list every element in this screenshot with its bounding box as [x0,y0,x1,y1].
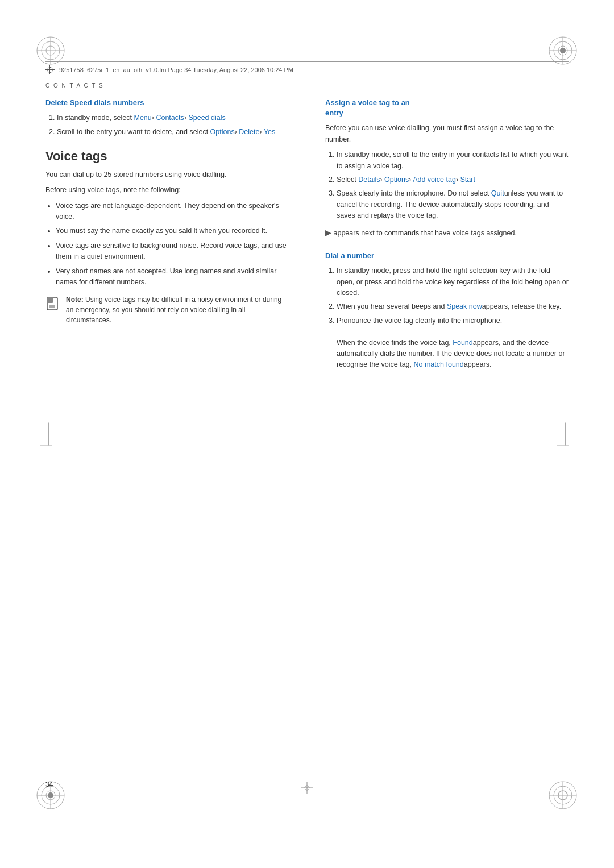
voice-intro-2: Before using voice tags, note the follow… [45,185,289,196]
note-label: Note: [66,296,84,304]
assign-step-2: Select Details› Options› Add voice tag› … [337,175,569,185]
no-match-link: No match found [414,360,464,368]
speak-now-link: Speak now [447,302,482,310]
bullet-1: Voice tags are not language-dependent. T… [56,201,289,223]
bullet-4: Very short names are not accepted. Use l… [56,266,289,288]
note-text: Note: Using voice tags may be difficult … [66,294,289,325]
dial-step-3: Pronounce the voice tag clearly into the… [337,315,569,371]
assign-section: Assign a voice tag to anentry Before you… [325,98,569,239]
two-columns: Delete Speed dials numbers In standby mo… [45,98,569,376]
file-info: 9251758_6275i_1_en_au_oth_v1.0.fm Page 3… [59,67,293,73]
page-number: 34 [45,780,53,788]
svg-point-16 [48,792,53,798]
corner-decoration-br [547,780,579,811]
assign-appears-text: ▶ appears next to commands that have voi… [325,227,569,239]
bullet-2: You must say the name exactly as you sai… [56,226,289,236]
options-link2: Options [384,176,409,184]
content-area: C o n t a c t s Delete Speed dials numbe… [45,82,569,777]
delete-heading: Delete Speed dials numbers [45,98,289,108]
options-link: Options [210,128,235,136]
note-content: Using voice tags may be difficult in a n… [66,296,281,324]
dial-heading: Dial a number [325,251,569,261]
voice-bullets-list: Voice tags are not language-dependent. T… [45,201,289,288]
svg-point-10 [560,48,566,53]
delete-step-1: In standby mode, select Menu› Contacts› … [57,113,289,123]
crosshair-icon [45,65,55,74]
voice-intro-1: You can dial up to 25 stored numbers usi… [45,169,289,180]
top-bar: 9251758_6275i_1_en_au_oth_v1.0.fm Page 3… [45,61,569,74]
delete-link: Delete [239,128,259,136]
section-label: C o n t a c t s [45,82,569,89]
assign-heading: Assign a voice tag to anentry [325,98,569,118]
menu-link: Menu [134,114,152,122]
delete-step-2: Scroll to the entry you want to delete, … [57,127,289,138]
yes-link: Yes [264,128,275,136]
dial-section: Dial a number In standby mode, press and… [325,251,569,371]
assign-step-1: In standby mode, scroll to the entry in … [337,149,569,172]
note-icon [45,296,61,312]
speed-dials-link: Speed dials [188,114,225,122]
note-box: Note: Using voice tags may be difficult … [45,294,289,325]
contacts-link: Contacts [156,114,184,122]
page-container: 9251758_6275i_1_en_au_oth_v1.0.fm Page 3… [0,0,614,868]
svg-rect-26 [47,297,53,303]
dial-step-2: When you hear several beeps and Speak no… [337,301,569,312]
add-voice-tag-link: Add voice tag [413,176,456,184]
voice-tags-heading: Voice tags [45,149,289,164]
assign-step-3: Speak clearly into the microphone. Do no… [337,188,569,221]
details-link: Details [358,176,380,184]
quit-link: Quit [491,189,504,197]
start-link: Start [460,176,475,184]
bullet-3: Voice tags are sensitive to background n… [56,240,289,263]
bottom-center-mark [301,782,313,795]
dial-steps-list: In standby mode, press and hold the righ… [325,265,569,370]
found-link: Found [453,339,472,347]
assign-steps-list: In standby mode, scroll to the entry in … [325,149,569,221]
appears-symbol: ▶ [325,228,331,237]
right-column: Assign a voice tag to anentry Before you… [316,98,569,376]
assign-appears: appears next to commands that have voice… [333,229,516,237]
assign-intro: Before you can use voice dialling, you m… [325,123,569,145]
dial-step-1: In standby mode, press and hold the righ… [337,265,569,298]
delete-steps-list: In standby mode, select Menu› Contacts› … [45,113,289,138]
delete-section: Delete Speed dials numbers In standby mo… [45,98,289,138]
left-column: Delete Speed dials numbers In standby mo… [45,98,298,376]
